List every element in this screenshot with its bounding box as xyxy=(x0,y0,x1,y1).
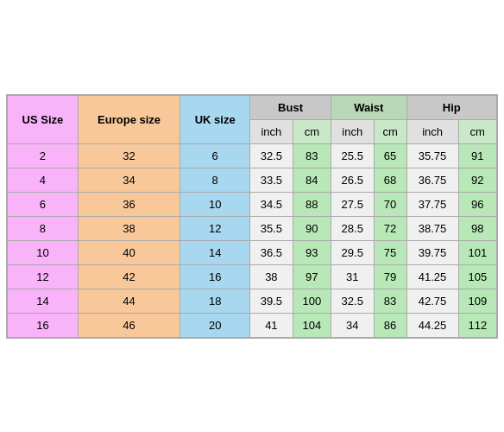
cell-waist-inch: 29.5 xyxy=(331,240,374,264)
cell-hip-inch: 38.75 xyxy=(406,216,458,240)
cell-uk: 20 xyxy=(180,313,250,337)
cell-waist-inch: 25.5 xyxy=(331,143,374,168)
cell-eu: 42 xyxy=(78,264,180,289)
table-body: 2 32 6 32.5 83 25.5 65 35.75 91 4 34 8 3… xyxy=(8,143,497,337)
cell-hip-inch: 37.75 xyxy=(406,192,458,216)
cell-hip-cm: 92 xyxy=(458,168,496,192)
cell-hip-cm: 96 xyxy=(458,192,496,216)
table-row: 14 44 18 39.5 100 32.5 83 42.75 109 xyxy=(8,289,497,313)
cell-bust-inch: 32.5 xyxy=(250,143,293,168)
cell-eu: 34 xyxy=(78,168,180,192)
cell-bust-cm: 100 xyxy=(293,289,331,313)
cell-hip-inch: 44.25 xyxy=(406,313,458,337)
cell-waist-inch: 31 xyxy=(331,264,374,289)
cell-bust-inch: 41 xyxy=(250,313,293,337)
cell-waist-cm: 79 xyxy=(374,264,406,289)
table-row: 12 42 16 38 97 31 79 41.25 105 xyxy=(8,264,497,289)
header-uk: UK size xyxy=(180,95,250,143)
cell-us: 14 xyxy=(8,289,79,313)
cell-bust-cm: 90 xyxy=(293,216,331,240)
cell-hip-cm: 109 xyxy=(458,289,496,313)
subheader-bust-cm: cm xyxy=(293,119,331,143)
cell-eu: 38 xyxy=(78,216,180,240)
header-row-1: US Size Europe size UK size Bust Waist H… xyxy=(8,95,497,119)
cell-hip-inch: 36.75 xyxy=(406,168,458,192)
table-row: 8 38 12 35.5 90 28.5 72 38.75 98 xyxy=(8,216,497,240)
cell-uk: 16 xyxy=(180,264,250,289)
cell-hip-cm: 98 xyxy=(458,216,496,240)
cell-waist-inch: 27.5 xyxy=(331,192,374,216)
cell-bust-cm: 93 xyxy=(293,240,331,264)
cell-bust-inch: 39.5 xyxy=(250,289,293,313)
cell-eu: 40 xyxy=(78,240,180,264)
cell-bust-cm: 88 xyxy=(293,192,331,216)
cell-us: 2 xyxy=(8,143,79,168)
cell-us: 10 xyxy=(8,240,79,264)
cell-hip-inch: 41.25 xyxy=(406,264,458,289)
subheader-bust-inch: inch xyxy=(250,119,293,143)
cell-waist-cm: 70 xyxy=(374,192,406,216)
cell-uk: 10 xyxy=(180,192,250,216)
cell-us: 8 xyxy=(8,216,79,240)
cell-hip-cm: 112 xyxy=(458,313,496,337)
cell-waist-cm: 86 xyxy=(374,313,406,337)
cell-waist-cm: 72 xyxy=(374,216,406,240)
cell-eu: 36 xyxy=(78,192,180,216)
cell-hip-cm: 101 xyxy=(458,240,496,264)
table-row: 2 32 6 32.5 83 25.5 65 35.75 91 xyxy=(8,143,497,168)
cell-bust-inch: 35.5 xyxy=(250,216,293,240)
header-bust: Bust xyxy=(250,95,331,119)
cell-bust-inch: 38 xyxy=(250,264,293,289)
cell-bust-cm: 84 xyxy=(293,168,331,192)
cell-bust-cm: 104 xyxy=(293,313,331,337)
subheader-waist-inch: inch xyxy=(331,119,374,143)
cell-hip-inch: 42.75 xyxy=(406,289,458,313)
cell-waist-cm: 83 xyxy=(374,289,406,313)
cell-eu: 46 xyxy=(78,313,180,337)
cell-bust-inch: 36.5 xyxy=(250,240,293,264)
header-eu: Europe size xyxy=(78,95,180,143)
cell-uk: 6 xyxy=(180,143,250,168)
size-chart-wrapper: US Size Europe size UK size Bust Waist H… xyxy=(6,94,498,339)
table-row: 10 40 14 36.5 93 29.5 75 39.75 101 xyxy=(8,240,497,264)
header-us: US Size xyxy=(8,95,79,143)
cell-hip-cm: 91 xyxy=(458,143,496,168)
cell-waist-inch: 34 xyxy=(331,313,374,337)
cell-uk: 14 xyxy=(180,240,250,264)
cell-bust-inch: 34.5 xyxy=(250,192,293,216)
header-hip: Hip xyxy=(406,95,496,119)
subheader-waist-cm: cm xyxy=(374,119,406,143)
cell-eu: 32 xyxy=(78,143,180,168)
cell-hip-inch: 35.75 xyxy=(406,143,458,168)
header-waist: Waist xyxy=(331,95,406,119)
cell-bust-cm: 97 xyxy=(293,264,331,289)
cell-us: 4 xyxy=(8,168,79,192)
cell-uk: 12 xyxy=(180,216,250,240)
subheader-hip-inch: inch xyxy=(406,119,458,143)
cell-uk: 8 xyxy=(180,168,250,192)
cell-bust-inch: 33.5 xyxy=(250,168,293,192)
subheader-hip-cm: cm xyxy=(458,119,496,143)
table-row: 6 36 10 34.5 88 27.5 70 37.75 96 xyxy=(8,192,497,216)
cell-hip-cm: 105 xyxy=(458,264,496,289)
cell-waist-cm: 68 xyxy=(374,168,406,192)
size-chart-table: US Size Europe size UK size Bust Waist H… xyxy=(7,95,497,338)
cell-hip-inch: 39.75 xyxy=(406,240,458,264)
cell-waist-cm: 75 xyxy=(374,240,406,264)
cell-us: 16 xyxy=(8,313,79,337)
cell-waist-inch: 28.5 xyxy=(331,216,374,240)
cell-waist-cm: 65 xyxy=(374,143,406,168)
cell-us: 12 xyxy=(8,264,79,289)
table-row: 16 46 20 41 104 34 86 44.25 112 xyxy=(8,313,497,337)
cell-waist-inch: 26.5 xyxy=(331,168,374,192)
cell-bust-cm: 83 xyxy=(293,143,331,168)
cell-us: 6 xyxy=(8,192,79,216)
cell-uk: 18 xyxy=(180,289,250,313)
cell-waist-inch: 32.5 xyxy=(331,289,374,313)
table-row: 4 34 8 33.5 84 26.5 68 36.75 92 xyxy=(8,168,497,192)
cell-eu: 44 xyxy=(78,289,180,313)
